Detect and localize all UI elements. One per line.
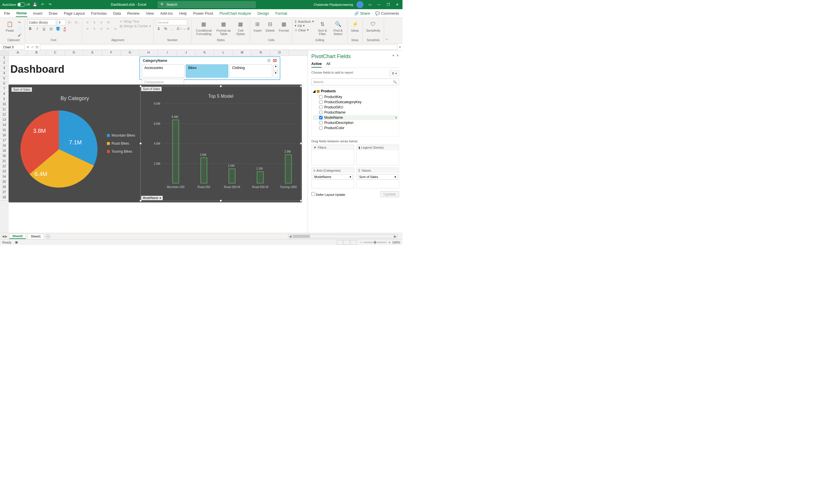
field-checkbox[interactable] bbox=[319, 116, 323, 119]
orientation-icon[interactable]: ⟲ bbox=[105, 19, 111, 25]
column-header[interactable]: N bbox=[252, 51, 270, 55]
row-header[interactable]: 28 bbox=[0, 196, 9, 201]
field-checkbox[interactable] bbox=[319, 126, 323, 130]
select-all-corner[interactable] bbox=[0, 51, 9, 55]
row-header[interactable]: 6 bbox=[0, 82, 9, 87]
page-break-view-icon[interactable] bbox=[350, 240, 357, 245]
tab-insert[interactable]: Insert bbox=[33, 10, 43, 17]
insert-cells-button[interactable]: ⊞Insert bbox=[252, 19, 263, 33]
merge-button[interactable]: ⊞ Merge & Center ▾ bbox=[120, 24, 151, 28]
add-sheet-button[interactable]: + bbox=[46, 234, 50, 239]
row-header[interactable]: 9 bbox=[0, 97, 9, 102]
field-checkbox[interactable] bbox=[319, 95, 323, 98]
slicer-item-clothing[interactable]: Clothing bbox=[230, 65, 272, 78]
column-header[interactable]: O bbox=[270, 51, 289, 55]
sheet-tab-sheet2[interactable]: Sheet2 bbox=[9, 234, 26, 239]
defer-checkbox[interactable]: Defer Layout Update bbox=[312, 192, 345, 196]
column-header[interactable]: F bbox=[102, 51, 121, 55]
align-left-icon[interactable]: ≡ bbox=[85, 26, 90, 32]
pie-badge[interactable]: Sum of Sales bbox=[11, 87, 32, 92]
row-header[interactable]: 23 bbox=[0, 170, 9, 175]
wrap-text-button[interactable]: ↵ Wrap Text bbox=[120, 19, 151, 24]
column-header[interactable]: A bbox=[9, 51, 27, 55]
field-item[interactable]: ProductKey bbox=[313, 94, 398, 99]
row-header[interactable]: 2 bbox=[0, 61, 9, 66]
toggle-icon[interactable] bbox=[17, 3, 25, 7]
pie-chart[interactable]: Sum of Sales By Category 7.1M 6.4M 3.8M … bbox=[11, 87, 138, 200]
pane-tab-all[interactable]: All bbox=[326, 62, 330, 68]
multiselect-icon[interactable]: ☷ bbox=[267, 59, 271, 63]
percent-icon[interactable]: % bbox=[163, 26, 168, 32]
tab-data[interactable]: Data bbox=[113, 10, 121, 17]
row-header[interactable]: 4 bbox=[0, 71, 9, 77]
slicer-down-icon[interactable]: ▼ bbox=[274, 71, 278, 78]
row-header[interactable]: 14 bbox=[0, 123, 9, 128]
tab-page-layout[interactable]: Page Layout bbox=[63, 10, 85, 17]
align-middle-icon[interactable]: ≡ bbox=[91, 19, 97, 25]
column-header[interactable]: B bbox=[27, 51, 46, 55]
expand-formula-icon[interactable]: ▾ bbox=[399, 45, 401, 49]
page-layout-view-icon[interactable] bbox=[343, 240, 350, 245]
align-top-icon[interactable]: ≡ bbox=[85, 19, 90, 25]
font-size-selector[interactable]: 9 bbox=[57, 19, 66, 25]
sort-filter-button[interactable]: ⇅Sort & Filter bbox=[316, 19, 329, 36]
share-button[interactable]: 🔗 Share bbox=[354, 11, 370, 15]
find-select-button[interactable]: 🔍Find & Select bbox=[331, 19, 345, 36]
field-item[interactable]: ProductColor bbox=[313, 125, 398, 130]
fill-button[interactable]: ▾ Fill ▾ bbox=[295, 24, 314, 28]
slicer-up-icon[interactable]: ▲ bbox=[274, 65, 278, 71]
autosum-button[interactable]: Σ AutoSum ▾ bbox=[295, 19, 314, 23]
row-header[interactable]: 11 bbox=[0, 108, 9, 113]
tab-file[interactable]: File bbox=[3, 10, 11, 17]
format-painter-icon[interactable]: 🖌 bbox=[17, 32, 23, 38]
comments-button[interactable]: 💬 Comments bbox=[375, 11, 399, 15]
format-table-button[interactable]: ▦Format as Table bbox=[215, 19, 232, 36]
align-center-icon[interactable]: ≡ bbox=[91, 26, 97, 32]
pane-tab-active[interactable]: Active bbox=[312, 62, 322, 68]
row-header[interactable]: 5 bbox=[0, 77, 9, 82]
slicer-item-accessories[interactable]: Accessories bbox=[142, 65, 184, 78]
column-header[interactable]: M bbox=[233, 51, 252, 55]
filter-icon[interactable]: ▼ bbox=[395, 116, 398, 119]
row-header[interactable]: 20 bbox=[0, 154, 9, 159]
row-header[interactable]: 17 bbox=[0, 138, 9, 144]
cut-icon[interactable]: ✂ bbox=[17, 19, 23, 25]
resize-handle[interactable] bbox=[300, 85, 302, 87]
row-header[interactable]: 22 bbox=[0, 164, 9, 170]
model-filter-badge[interactable]: ModelName ▾ bbox=[141, 196, 163, 200]
sheet-prev-icon[interactable]: ◀ bbox=[2, 234, 4, 238]
tab-draw[interactable]: Draw bbox=[48, 10, 58, 17]
zone-legend[interactable]: ▮Legend (Series) bbox=[357, 144, 399, 165]
slicer[interactable]: CategoryName ☷⌧ Accessories Bikes Clothi… bbox=[139, 56, 280, 80]
zoom-level[interactable]: 100% bbox=[392, 241, 400, 244]
zoom-out-icon[interactable]: − bbox=[360, 241, 362, 244]
field-item[interactable]: ModelName▼ bbox=[313, 115, 398, 120]
indent-dec-icon[interactable]: ⇤ bbox=[105, 26, 111, 32]
bold-icon[interactable]: B bbox=[27, 26, 33, 32]
row-header[interactable]: 8 bbox=[0, 92, 9, 97]
worksheet[interactable]: ABCDEFGHIJKLMNO 123456789101112131415161… bbox=[0, 51, 307, 233]
font-name-selector[interactable]: Calibri (Body) bbox=[27, 19, 56, 25]
values-item[interactable]: Sum of Sales▾ bbox=[358, 174, 398, 180]
row-header[interactable]: 25 bbox=[0, 180, 9, 185]
zone-filters[interactable]: ▼Filters bbox=[312, 144, 354, 165]
scroll-left-icon[interactable]: ◀ bbox=[288, 234, 292, 238]
column-header[interactable]: K bbox=[196, 51, 214, 55]
formula-input[interactable] bbox=[40, 45, 397, 50]
tab-addins[interactable]: Add-ins bbox=[160, 10, 173, 17]
row-header[interactable]: 3 bbox=[0, 66, 9, 71]
sheet-tab-sheet1[interactable]: Sheet1 bbox=[28, 234, 44, 239]
name-box[interactable]: Chart 3 bbox=[2, 45, 25, 50]
align-bottom-icon[interactable]: ≡ bbox=[98, 19, 104, 25]
column-header[interactable]: L bbox=[214, 51, 233, 55]
paste-button[interactable]: 📋Paste bbox=[5, 19, 15, 33]
column-header[interactable]: E bbox=[83, 51, 102, 55]
zone-values[interactable]: ΣValuesSum of Sales▾ bbox=[357, 168, 399, 188]
row-header[interactable]: 1 bbox=[0, 56, 9, 61]
clear-filter-icon[interactable]: ⌧ bbox=[273, 59, 277, 63]
tab-format[interactable]: Format bbox=[275, 10, 288, 17]
row-header[interactable]: 15 bbox=[0, 128, 9, 133]
tab-analyze[interactable]: PivotChart Analyze bbox=[219, 10, 252, 17]
tab-home[interactable]: Home bbox=[16, 10, 27, 17]
zoom-slider[interactable] bbox=[364, 242, 387, 243]
